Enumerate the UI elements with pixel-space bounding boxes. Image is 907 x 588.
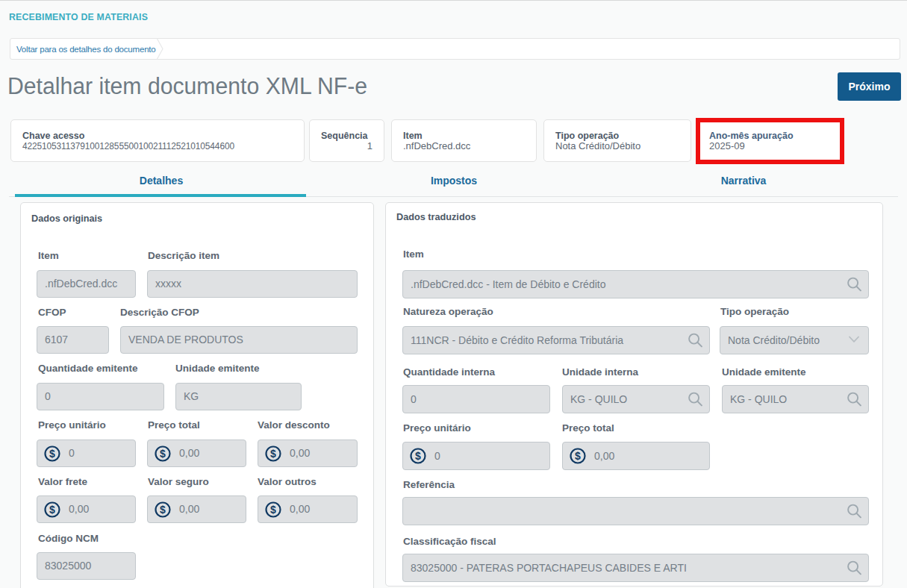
svg-text:$: $ xyxy=(270,503,276,515)
svg-text:$: $ xyxy=(160,503,166,515)
svg-text:$: $ xyxy=(49,447,55,459)
svg-text:$: $ xyxy=(49,503,55,515)
svg-text:$: $ xyxy=(270,447,276,459)
svg-text:$: $ xyxy=(160,447,166,459)
svg-text:$: $ xyxy=(415,450,421,462)
svg-text:$: $ xyxy=(575,450,581,462)
